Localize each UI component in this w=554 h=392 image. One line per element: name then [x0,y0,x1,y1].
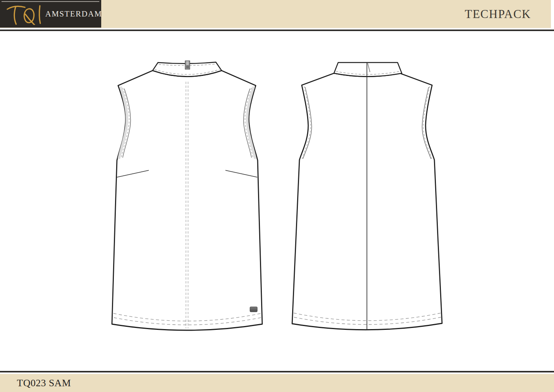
footer-band: TQ023 SAM [0,374,554,392]
garment-flats [0,0,554,392]
footer-rule [0,371,554,372]
style-code: TQ023 SAM [17,374,71,392]
hem-label-tag [250,307,257,312]
techpack-page: TECHPACK TQ AMSTERDAM [0,0,554,392]
back-view-drawing [292,63,442,330]
zipper-pull-icon [185,61,190,69]
front-view-drawing [112,61,262,331]
